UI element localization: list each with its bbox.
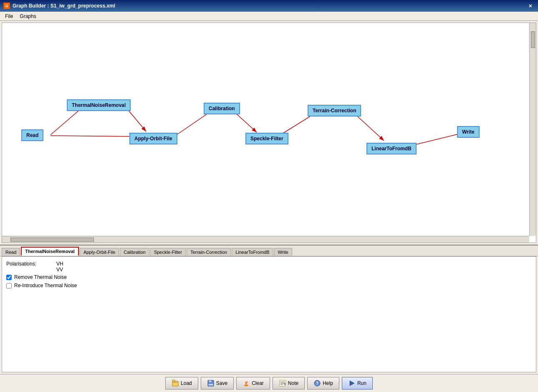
note-label: Note — [288, 380, 298, 386]
node-Calibration[interactable]: Calibration — [204, 103, 240, 114]
close-button[interactable]: × — [526, 2, 535, 10]
svg-rect-10 — [172, 380, 175, 382]
clear-button[interactable]: Clear — [236, 377, 270, 389]
checkbox-remove-thermal-input[interactable] — [6, 275, 12, 280]
node-Apply-Orbit-File[interactable]: Apply-Orbit-File — [129, 133, 177, 144]
svg-text:?: ? — [316, 381, 318, 386]
polarisation-vh: VH — [56, 261, 63, 267]
graph-canvas: Read ThermalNoiseRemoval Apply-Orbit-Fil… — [2, 23, 536, 243]
load-label: Load — [181, 380, 192, 386]
tab-Calibration[interactable]: Calibration — [120, 248, 149, 256]
svg-rect-13 — [208, 384, 213, 386]
help-button[interactable]: ? Help — [307, 377, 339, 389]
tab-Apply-Orbit-File[interactable]: Apply-Orbit-File — [80, 248, 119, 256]
svg-marker-21 — [350, 381, 354, 386]
svg-rect-9 — [172, 381, 178, 386]
node-Terrain-Correction[interactable]: Terrain-Correction — [308, 105, 361, 116]
note-button[interactable]: Note — [273, 377, 305, 389]
tab-Read[interactable]: Read — [2, 248, 20, 256]
bottom-panel: Read ThermalNoiseRemoval Apply-Orbit-Fil… — [0, 245, 538, 374]
run-button[interactable]: Run — [342, 377, 373, 389]
help-label: Help — [323, 380, 333, 386]
graph-canvas-wrapper: Read ThermalNoiseRemoval Apply-Orbit-Fil… — [2, 23, 536, 243]
save-button[interactable]: Save — [201, 377, 234, 389]
panel-content: Polarisations: VH VV Remove Thermal Nois… — [2, 256, 536, 372]
checkbox-remove-thermal: Remove Thermal Noise — [6, 274, 532, 280]
note-icon — [279, 379, 286, 387]
help-icon: ? — [313, 379, 321, 387]
run-icon — [348, 379, 356, 387]
menu-graphs[interactable]: Graphs — [16, 13, 39, 20]
menu-bar: File Graphs — [0, 12, 538, 21]
svg-point-14 — [244, 384, 248, 386]
param-label-polarisations: Polarisations: — [6, 261, 56, 267]
clear-icon — [242, 379, 250, 387]
checkbox-reintroduce-thermal-label: Re-Introduce Thermal Noise — [14, 283, 77, 288]
title-bar: G Graph Builder : S1_iw_grd_preprocess.x… — [0, 0, 538, 12]
load-button[interactable]: Load — [165, 377, 198, 389]
node-Speckle-Filter[interactable]: Speckle-Filter — [245, 133, 288, 144]
save-icon — [207, 379, 215, 387]
save-label: Save — [216, 380, 227, 386]
tab-Speckle-Filter[interactable]: Speckle-Filter — [150, 248, 186, 256]
checkbox-remove-thermal-label: Remove Thermal Noise — [14, 274, 67, 280]
param-values-polarisations: VH VV — [56, 261, 63, 273]
main-container: Read ThermalNoiseRemoval Apply-Orbit-Fil… — [0, 21, 538, 392]
tab-Write[interactable]: Write — [274, 248, 292, 256]
node-Read[interactable]: Read — [21, 129, 43, 141]
node-ThermalNoiseRemoval[interactable]: ThermalNoiseRemoval — [67, 99, 131, 111]
checkbox-reintroduce-thermal: Re-Introduce Thermal Noise — [6, 283, 532, 288]
polarisation-vv: VV — [56, 267, 63, 273]
node-LinearToFromdB[interactable]: LinearToFromdB — [366, 143, 417, 154]
load-icon — [172, 379, 179, 387]
node-Write[interactable]: Write — [457, 126, 480, 138]
tab-ThermalNoiseRemoval[interactable]: ThermalNoiseRemoval — [21, 247, 79, 256]
param-polarisations: Polarisations: VH VV — [6, 261, 532, 273]
tab-LinearToFromdB[interactable]: LinearToFromdB — [232, 248, 273, 256]
checkbox-reintroduce-thermal-input[interactable] — [6, 283, 12, 288]
app-icon: G — [3, 3, 10, 9]
menu-file[interactable]: File — [2, 13, 16, 20]
tab-Terrain-Correction[interactable]: Terrain-Correction — [187, 248, 231, 256]
clear-label: Clear — [252, 380, 264, 386]
footer-buttons: Load Save Clear — [0, 374, 538, 392]
svg-rect-12 — [209, 380, 212, 382]
tabs-bar: Read ThermalNoiseRemoval Apply-Orbit-Fil… — [0, 245, 538, 256]
window-title: Graph Builder : S1_iw_grd_preprocess.xml — [13, 3, 526, 9]
svg-line-7 — [354, 113, 384, 141]
run-label: Run — [357, 380, 366, 386]
